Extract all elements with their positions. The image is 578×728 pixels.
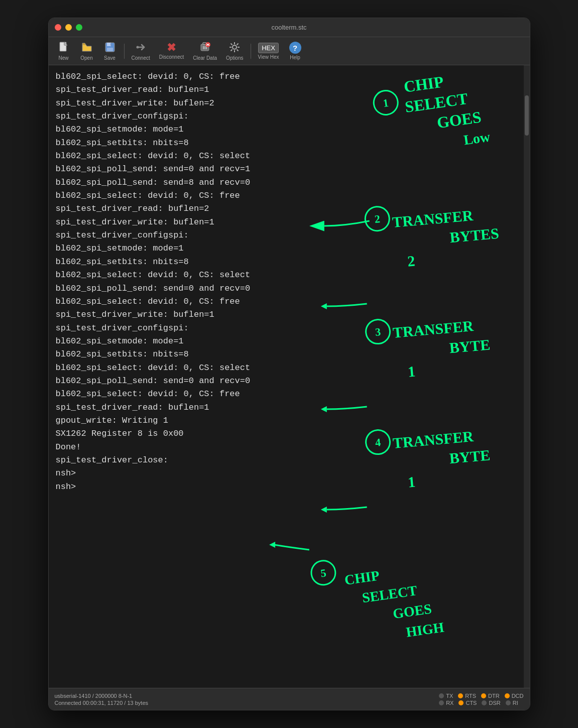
dsr-dot — [482, 700, 487, 705]
terminal-line: spi_test_driver_configspi: — [56, 229, 517, 242]
svg-rect-4 — [107, 48, 113, 51]
connect-button[interactable]: Connect — [128, 40, 154, 63]
toolbar: New Open Save — [49, 37, 530, 65]
clear-label: Clear Data — [193, 55, 217, 61]
disconnect-icon: ✖ — [167, 42, 176, 53]
dtr-dot — [481, 693, 486, 698]
terminal-line: bl602_spi_setbits: nbits=8 — [56, 348, 517, 361]
terminal-line: spi_test_driver_read: buflen=2 — [56, 202, 517, 215]
terminal-line: bl602_spi_select: devid: 0, CS: free — [56, 70, 517, 83]
terminal-line: bl602_spi_select: devid: 0, CS: free — [56, 189, 517, 202]
dcd-dot — [505, 693, 510, 698]
options-icon — [229, 42, 240, 54]
terminal-line: spi_test_driver_configspi: — [56, 110, 517, 123]
rx-dot — [439, 700, 444, 705]
dsr-label: DSR — [489, 700, 500, 706]
options-button[interactable]: Options — [222, 40, 247, 63]
svg-rect-3 — [107, 43, 111, 46]
tx-label: TX — [446, 693, 453, 699]
rts-indicator: RTS — [458, 693, 476, 699]
dsr-indicator: DSR — [482, 700, 500, 706]
open-label: Open — [80, 55, 92, 61]
dtr-label: DTR — [488, 693, 500, 699]
save-button[interactable]: Save — [99, 40, 121, 63]
terminal-line: bl602_spi_poll_send: send=0 and recv=0 — [56, 282, 517, 295]
open-button[interactable]: Open — [76, 40, 98, 63]
tx-dot — [439, 693, 444, 698]
terminal-line: bl602_spi_setmode: mode=1 — [56, 242, 517, 255]
terminal-line: spi_test_driver_write: buflen=1 — [56, 308, 517, 321]
connect-label: Connect — [132, 55, 150, 61]
cts-indicator: CTS — [458, 700, 477, 706]
new-button[interactable]: New — [53, 40, 75, 63]
scrollbar-thumb[interactable] — [525, 95, 529, 136]
window-title: coolterm.stc — [271, 24, 306, 31]
save-label: Save — [104, 55, 115, 61]
save-icon — [104, 42, 115, 54]
rts-label: RTS — [465, 693, 476, 699]
tx-rx-row: TX RTS DTR DCD — [439, 693, 523, 699]
traffic-lights — [55, 24, 82, 31]
minimize-button[interactable] — [65, 24, 72, 31]
terminal-line: SX1262 Register 8 is 0x00 — [56, 427, 517, 440]
ri-dot — [506, 700, 511, 705]
rx-indicator: RX — [439, 700, 453, 706]
help-icon: ? — [289, 42, 301, 54]
rx-row: RX CTS DSR RI — [439, 700, 523, 706]
title-bar: coolterm.stc — [49, 18, 530, 37]
hex-badge: HEX — [258, 43, 279, 53]
dcd-label: DCD — [512, 693, 524, 699]
help-label: Help — [290, 55, 300, 60]
terminal-line: bl602_spi_select: devid: 0, CS: free — [56, 388, 517, 401]
terminal-line: bl602_spi_poll_send: send=8 and recv=0 — [56, 176, 517, 189]
close-button[interactable] — [55, 24, 61, 31]
terminal-line: spi_test_driver_write: buflen=2 — [56, 97, 517, 110]
terminal-line: spi_test_driver_read: buflen=1 — [56, 83, 517, 96]
connect-icon — [135, 42, 146, 54]
scrollbar[interactable] — [524, 65, 530, 688]
terminal-line: spi_test_driver_configspi: — [56, 322, 517, 335]
status-left: usbserial-1410 / 2000000 8-N-1 Connected… — [55, 693, 149, 706]
dcd-indicator: DCD — [505, 693, 524, 699]
tx-indicator: TX — [439, 693, 453, 699]
terminal-line: bl602_spi_poll_send: send=0 and recv=1 — [56, 163, 517, 176]
svg-line-26 — [231, 49, 233, 51]
terminal-line: nsh> — [56, 480, 517, 494]
terminal-line: spi_test_driver_close: — [56, 454, 517, 467]
terminal-line: spi_test_driver_read: buflen=1 — [56, 401, 517, 414]
new-icon — [58, 42, 69, 54]
cts-dot — [458, 700, 464, 705]
ri-label: RI — [513, 700, 518, 706]
connection-info: usbserial-1410 / 2000000 8-N-1 — [55, 693, 149, 699]
terminal-output[interactable]: bl602_spi_select: devid: 0, CS: freespi_… — [49, 65, 524, 688]
status-bar: usbserial-1410 / 2000000 8-N-1 Connected… — [49, 688, 530, 710]
dtr-indicator: DTR — [481, 693, 500, 699]
svg-line-24 — [237, 49, 239, 51]
tx-rx-indicators: TX RTS DTR DCD — [439, 693, 523, 706]
svg-rect-5 — [110, 43, 111, 46]
toolbar-separator-1 — [124, 44, 125, 59]
rts-dot — [458, 693, 463, 698]
main-window: coolterm.stc New Open — [48, 18, 530, 710]
svg-point-9 — [137, 46, 139, 48]
svg-line-25 — [237, 43, 239, 45]
clear-data-button[interactable]: Clear Data — [189, 40, 221, 63]
terminal-line: bl602_spi_select: devid: 0, CS: select — [56, 269, 517, 282]
options-label: Options — [226, 55, 243, 61]
terminal-line: bl602_spi_poll_send: send=0 and recv=0 — [56, 375, 517, 388]
svg-line-23 — [231, 43, 233, 45]
toolbar-separator-2 — [251, 44, 251, 59]
content-area: bl602_spi_select: devid: 0, CS: freespi_… — [49, 65, 530, 688]
status-right: TX RTS DTR DCD — [439, 693, 523, 706]
terminal-line: bl602_spi_setbits: nbits=8 — [56, 256, 517, 269]
disconnect-button[interactable]: ✖ Disconnect — [155, 40, 188, 62]
clear-icon — [199, 42, 210, 54]
view-hex-button[interactable]: HEX View Hex — [254, 41, 283, 62]
help-button[interactable]: ? Help — [284, 40, 306, 62]
terminal-line: bl602_spi_select: devid: 0, CS: select — [56, 361, 517, 375]
maximize-button[interactable] — [76, 24, 82, 31]
open-icon — [81, 42, 92, 54]
ri-indicator: RI — [506, 700, 518, 706]
cts-label: CTS — [466, 700, 477, 706]
terminal-line: bl602_spi_select: devid: 0, CS: select — [56, 150, 517, 163]
